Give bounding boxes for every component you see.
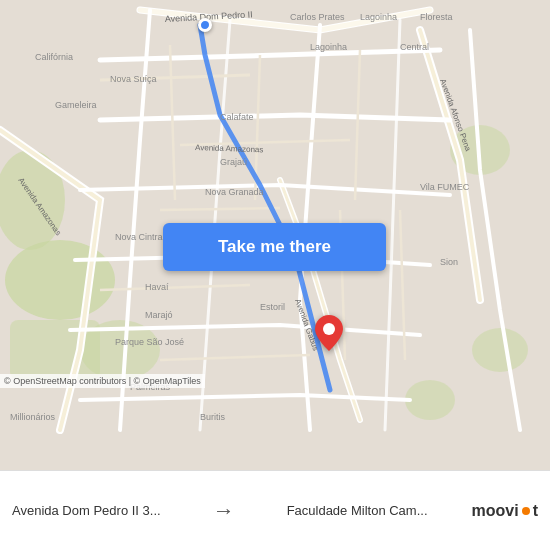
bottom-bar: Avenida Dom Pedro II 3... → Faculdade Mi… — [0, 470, 550, 550]
to-label: Faculdade Milton Cam... — [287, 503, 428, 518]
svg-text:Central: Central — [400, 42, 429, 52]
svg-point-1 — [5, 240, 115, 320]
take-me-there-button[interactable]: Take me there — [163, 223, 386, 271]
svg-text:Nova Granada: Nova Granada — [205, 187, 264, 197]
svg-text:Marajó: Marajó — [145, 310, 173, 320]
svg-text:Lagoinha: Lagoinha — [360, 12, 397, 22]
moovit-logo: moovi t — [472, 502, 538, 520]
svg-text:Grajaú: Grajaú — [220, 157, 247, 167]
svg-text:Calafate: Calafate — [220, 112, 254, 122]
svg-point-5 — [472, 328, 528, 372]
svg-text:Gameleira: Gameleira — [55, 100, 97, 110]
route-to: Faculdade Milton Cam... — [287, 503, 428, 518]
svg-text:Nova Cintra: Nova Cintra — [115, 232, 163, 242]
origin-marker — [198, 18, 212, 32]
svg-text:Califórnia: Califórnia — [35, 52, 73, 62]
moovit-text: moovi — [472, 502, 519, 520]
route-arrow-icon: → — [205, 498, 243, 524]
svg-text:Sion: Sion — [440, 257, 458, 267]
svg-text:Vila FUMEC: Vila FUMEC — [420, 182, 470, 192]
moovit-dot-icon — [522, 507, 530, 515]
svg-point-34 — [323, 323, 335, 335]
route-from: Avenida Dom Pedro II 3... — [12, 503, 161, 518]
map-area: Gameleira Nova Suíça Califórnia Calafate… — [0, 0, 550, 470]
svg-text:Parque São José: Parque São José — [115, 337, 184, 347]
from-label: Avenida Dom Pedro II 3... — [12, 503, 161, 518]
svg-point-6 — [405, 380, 455, 420]
destination-marker — [315, 315, 343, 355]
svg-text:Buritis: Buritis — [200, 412, 226, 422]
moovit-suffix: t — [533, 502, 538, 520]
svg-text:Havaí: Havaí — [145, 282, 169, 292]
svg-text:Lagoinha: Lagoinha — [310, 42, 347, 52]
svg-text:Nova Suíça: Nova Suíça — [110, 74, 157, 84]
svg-text:Carlos Prates: Carlos Prates — [290, 12, 345, 22]
svg-text:Estoril: Estoril — [260, 302, 285, 312]
svg-text:Millionários: Millionários — [10, 412, 56, 422]
svg-text:Floresta: Floresta — [420, 12, 453, 22]
map-attribution: © OpenStreetMap contributors | © OpenMap… — [0, 374, 205, 388]
app-container: Gameleira Nova Suíça Califórnia Calafate… — [0, 0, 550, 550]
